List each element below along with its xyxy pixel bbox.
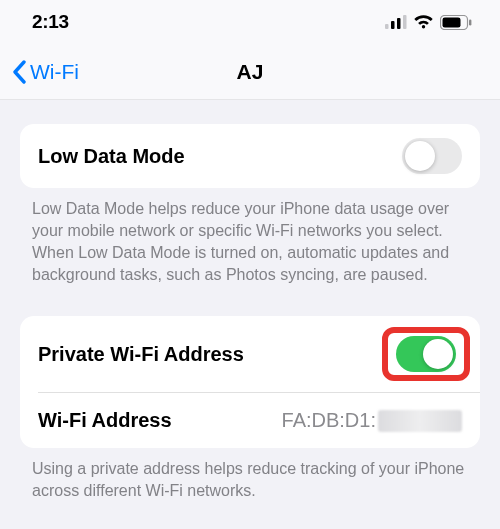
group-private: Private Wi-Fi Address Wi-Fi Address FA:D… — [20, 316, 480, 448]
svg-rect-5 — [443, 17, 461, 27]
wifi-icon — [413, 15, 434, 30]
row-label: Private Wi-Fi Address — [38, 343, 244, 366]
group-low-data: Low Data Mode — [20, 124, 480, 188]
row-private-wifi-address[interactable]: Private Wi-Fi Address — [20, 316, 480, 392]
toggle-private-wifi-address[interactable] — [396, 336, 456, 372]
svg-rect-6 — [469, 19, 471, 25]
battery-icon — [440, 15, 472, 30]
row-label: Wi-Fi Address — [38, 409, 172, 432]
status-right — [385, 15, 472, 30]
redacted-mask — [378, 410, 462, 432]
status-bar: 2:13 — [0, 0, 500, 44]
footer-private: Using a private address helps reduce tra… — [0, 448, 500, 502]
nav-bar: Wi-Fi AJ — [0, 44, 500, 100]
row-low-data-mode[interactable]: Low Data Mode — [20, 124, 480, 188]
svg-rect-3 — [403, 15, 407, 29]
svg-rect-2 — [397, 18, 401, 29]
back-button[interactable]: Wi-Fi — [0, 60, 79, 84]
svg-rect-1 — [391, 21, 395, 29]
svg-rect-0 — [385, 24, 389, 29]
footer-low-data: Low Data Mode helps reduce your iPhone d… — [0, 188, 500, 286]
back-label: Wi-Fi — [30, 60, 79, 84]
row-label: Low Data Mode — [38, 145, 185, 168]
toggle-low-data-mode[interactable] — [402, 138, 462, 174]
cellular-icon — [385, 15, 407, 29]
chevron-left-icon — [12, 60, 27, 84]
status-time: 2:13 — [32, 11, 69, 33]
wifi-address-value: FA:DB:D1: — [282, 409, 462, 432]
content: Low Data Mode Low Data Mode helps reduce… — [0, 100, 500, 502]
row-wifi-address: Wi-Fi Address FA:DB:D1: — [38, 392, 480, 448]
